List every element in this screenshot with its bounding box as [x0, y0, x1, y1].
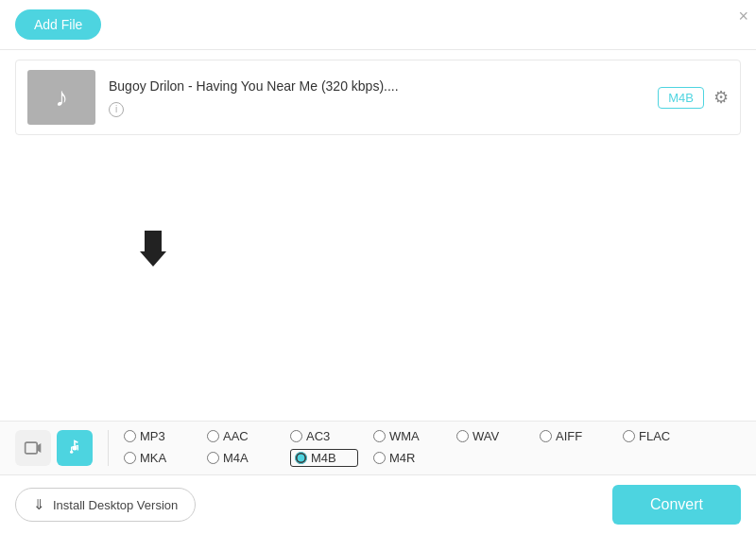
format-row-1: MP3 AAC AC3 WMA WAV [124, 429, 741, 443]
radio-m4a[interactable] [207, 452, 219, 464]
radio-mp3[interactable] [124, 430, 136, 442]
down-arrow-icon [140, 231, 166, 267]
top-bar: Add File [0, 0, 756, 50]
file-item: ♪ Bugoy Drilon - Having You Near Me (320… [15, 60, 741, 135]
add-file-button[interactable]: Add File [15, 9, 101, 40]
format-aiff[interactable]: AIFF [540, 429, 608, 443]
format-flac[interactable]: FLAC [623, 429, 691, 443]
radio-m4b[interactable] [295, 452, 307, 464]
audio-category-tab[interactable] [57, 430, 93, 466]
radio-flac[interactable] [623, 430, 635, 442]
radio-mka[interactable] [124, 452, 136, 464]
arrow-shaft [145, 231, 162, 251]
format-mka[interactable]: MKA [124, 451, 192, 465]
video-category-tab[interactable] [15, 430, 51, 466]
format-mp3[interactable]: MP3 [124, 429, 192, 443]
install-desktop-button[interactable]: ⇓ Install Desktop Version [15, 488, 196, 522]
convert-button[interactable]: Convert [612, 485, 741, 525]
bottom-actions: ⇓ Install Desktop Version Convert [0, 475, 756, 534]
close-button[interactable]: × [738, 8, 748, 25]
radio-m4r[interactable] [373, 452, 386, 464]
file-actions: M4B ⚙ [658, 87, 729, 109]
format-aac[interactable]: AAC [207, 429, 275, 443]
file-name: Bugoy Drilon - Having You Near Me (320 k… [109, 78, 658, 94]
radio-wma[interactable] [373, 430, 386, 442]
format-badge: M4B [658, 87, 704, 109]
arrow-head [140, 251, 166, 267]
format-m4a[interactable]: M4A [207, 451, 275, 465]
radio-aac[interactable] [207, 430, 219, 442]
radio-wav[interactable] [456, 430, 469, 442]
format-wav[interactable]: WAV [456, 429, 524, 443]
svg-rect-0 [26, 442, 38, 454]
format-ac3[interactable]: AC3 [290, 429, 358, 443]
radio-aiff[interactable] [540, 430, 552, 442]
file-list: ♪ Bugoy Drilon - Having You Near Me (320… [0, 50, 756, 145]
info-icon[interactable]: i [109, 102, 124, 117]
bottom-toolbar: MP3 AAC AC3 WMA WAV [0, 421, 756, 534]
format-row-2: MKA M4A M4B M4R [124, 449, 741, 467]
format-m4b[interactable]: M4B [290, 449, 358, 467]
audio-icon [65, 439, 84, 457]
video-icon [24, 439, 43, 457]
radio-ac3[interactable] [290, 430, 302, 442]
format-wma[interactable]: WMA [373, 429, 441, 443]
file-info: Bugoy Drilon - Having You Near Me (320 k… [109, 78, 658, 117]
file-thumbnail: ♪ [27, 70, 95, 125]
format-options: MP3 AAC AC3 WMA WAV [124, 429, 741, 467]
music-note-icon: ♪ [55, 82, 68, 112]
middle-area [0, 145, 756, 353]
category-tabs [15, 430, 109, 466]
settings-button[interactable]: ⚙ [713, 87, 729, 108]
download-icon: ⇓ [33, 496, 45, 513]
format-m4r[interactable]: M4R [373, 451, 441, 465]
format-selector: MP3 AAC AC3 WMA WAV [0, 422, 756, 475]
